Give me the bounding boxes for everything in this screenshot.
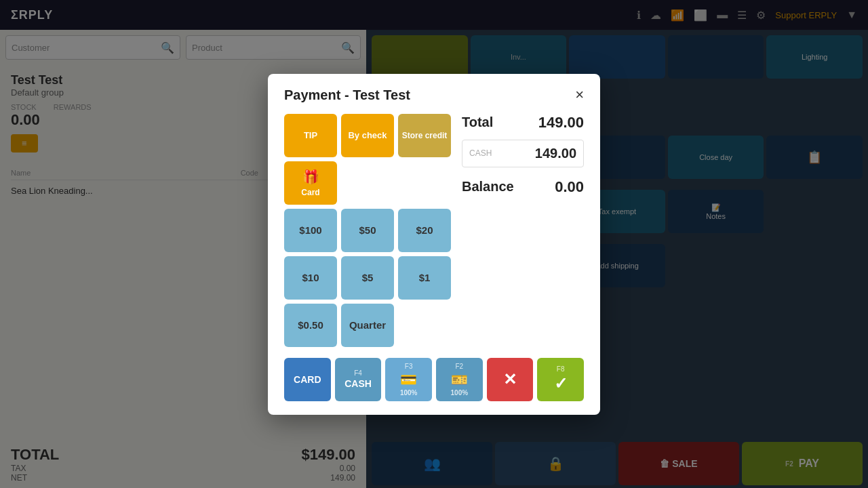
cash-payment-button[interactable]: F4 CASH bbox=[335, 358, 382, 401]
denom-10[interactable]: $10 bbox=[284, 256, 337, 300]
payment-modal: Payment - Test Test × TIP By check Store… bbox=[268, 74, 600, 415]
denom-50[interactable]: $50 bbox=[341, 209, 394, 252]
balance-label: Balance bbox=[462, 179, 514, 195]
denom-100[interactable]: $100 bbox=[284, 209, 337, 252]
modal-header: Payment - Test Test × bbox=[284, 87, 584, 103]
cash-label: CASH bbox=[344, 378, 372, 389]
cancel-icon: ✕ bbox=[503, 370, 517, 389]
cc-shortcut: F3 bbox=[405, 363, 413, 370]
balance-amount: 0.00 bbox=[555, 178, 584, 196]
cc-icon: 💳 bbox=[400, 371, 417, 388]
card-payment-button[interactable]: CARD bbox=[284, 358, 331, 401]
denom-20[interactable]: $20 bbox=[398, 209, 451, 252]
confirm-icon: ✓ bbox=[554, 374, 568, 393]
confirm-payment-button[interactable]: F8 ✓ bbox=[537, 358, 584, 401]
cash-input-row: CASH 149.00 bbox=[462, 140, 584, 167]
chk-shortcut: F2 bbox=[456, 363, 464, 370]
denom-1[interactable]: $1 bbox=[398, 256, 451, 300]
modal-close-button[interactable]: × bbox=[575, 87, 584, 102]
total-amount: 149.00 bbox=[538, 114, 584, 131]
creditcard-payment-button[interactable]: F3 💳 100% bbox=[385, 358, 432, 401]
by-check-button[interactable]: By check bbox=[341, 114, 394, 157]
store-credit-button[interactable]: Store credit bbox=[398, 114, 451, 157]
total-label: Total bbox=[462, 115, 493, 130]
denomination-grid: $100 $50 $20 $10 $5 $1 $0.50 Quarter bbox=[284, 209, 451, 347]
cash-shortcut: F4 bbox=[354, 369, 362, 377]
gift-icon: 🎁 bbox=[302, 169, 319, 185]
payment-left: TIP By check Store credit 🎁 Card $100 $5… bbox=[284, 114, 451, 347]
modal-title: Payment - Test Test bbox=[284, 87, 410, 103]
denom-050[interactable]: $0.50 bbox=[284, 304, 337, 347]
total-display: Total 149.00 bbox=[462, 114, 584, 131]
cc-sublabel: 100% bbox=[400, 389, 418, 396]
card-label: CARD bbox=[294, 374, 321, 385]
gift-card-button[interactable]: 🎁 Card bbox=[284, 161, 337, 205]
denom-5[interactable]: $5 bbox=[341, 256, 394, 300]
tip-button[interactable]: TIP bbox=[284, 114, 337, 157]
payment-actions: CARD F4 CASH F3 💳 100% F2 🎫 100% ✕ F8 ✓ bbox=[284, 358, 584, 401]
denom-quarter[interactable]: Quarter bbox=[341, 304, 394, 347]
cancel-payment-button[interactable]: ✕ bbox=[487, 358, 534, 401]
chk-sublabel: 100% bbox=[451, 389, 469, 396]
balance-row: Balance 0.00 bbox=[462, 178, 584, 196]
check-payment-button[interactable]: F2 🎫 100% bbox=[436, 358, 483, 401]
modal-body: TIP By check Store credit 🎁 Card $100 $5… bbox=[284, 114, 584, 347]
payment-right: Total 149.00 CASH 149.00 Balance 0.00 bbox=[462, 114, 584, 347]
payment-methods: TIP By check Store credit 🎁 Card bbox=[284, 114, 451, 205]
modal-overlay: Payment - Test Test × TIP By check Store… bbox=[0, 0, 868, 488]
cash-label: CASH bbox=[469, 148, 492, 158]
confirm-shortcut: F8 bbox=[557, 365, 565, 373]
cash-amount: 149.00 bbox=[497, 140, 576, 167]
chk-icon: 🎫 bbox=[451, 371, 468, 388]
gift-label: Card bbox=[301, 188, 319, 197]
